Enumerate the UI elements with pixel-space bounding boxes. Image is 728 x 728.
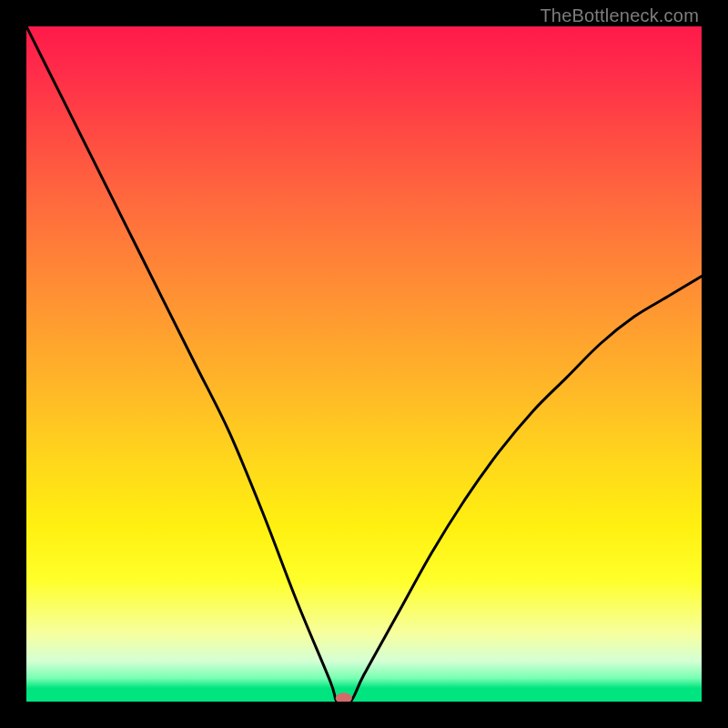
- watermark-text: TheBottleneck.com: [540, 5, 699, 26]
- bottleneck-curve: [26, 26, 702, 702]
- minimum-marker: [336, 693, 352, 702]
- plot-area: [26, 26, 702, 702]
- chart-frame: TheBottleneck.com: [0, 0, 728, 728]
